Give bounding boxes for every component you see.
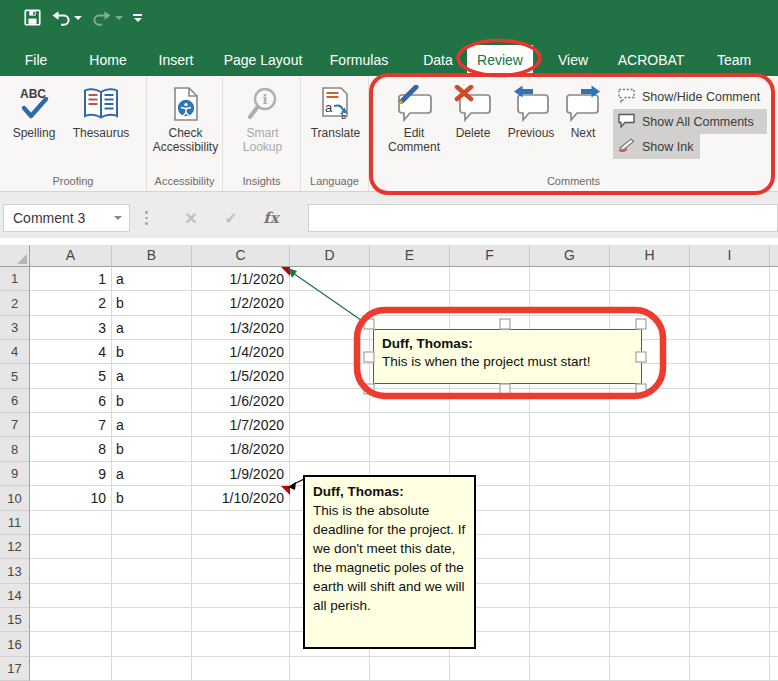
cell-C6[interactable]: 1/6/2020 (192, 389, 290, 413)
cell-F1[interactable] (450, 267, 530, 291)
redo-dropdown-icon[interactable] (115, 16, 123, 20)
row-header-16[interactable]: 16 (0, 632, 30, 657)
cell-G13[interactable] (530, 559, 610, 584)
select-all-button[interactable] (0, 245, 30, 267)
cell-D5[interactable] (290, 364, 370, 389)
cell-B6[interactable]: b (112, 389, 192, 413)
cell-H1[interactable] (610, 267, 690, 291)
cell-x16[interactable] (770, 632, 778, 657)
cell-G11[interactable] (530, 511, 610, 535)
cell-F2[interactable] (450, 291, 530, 316)
cell-C5[interactable]: 1/5/2020 (192, 364, 290, 389)
cell-I9[interactable] (690, 462, 770, 486)
cell-A9[interactable]: 9 (30, 462, 112, 486)
cell-I7[interactable] (690, 413, 770, 437)
cell-I2[interactable] (690, 291, 770, 316)
cell-B14[interactable] (112, 584, 192, 608)
resize-handle-4[interactable] (636, 352, 647, 363)
column-header-C[interactable]: C (192, 245, 290, 267)
cell-D8[interactable] (290, 437, 370, 462)
cell-x6[interactable] (770, 389, 778, 413)
cell-C4[interactable]: 1/4/2020 (192, 340, 290, 364)
cell-A12[interactable] (30, 535, 112, 559)
cell-x12[interactable] (770, 535, 778, 559)
comment-box-selected[interactable]: Duff, Thomas: This is when the project m… (373, 329, 642, 384)
row-header-3[interactable]: 3 (0, 316, 30, 340)
resize-handle-1[interactable] (500, 319, 511, 330)
cell-x1[interactable] (770, 267, 778, 291)
cell-B1[interactable]: a (112, 267, 192, 291)
customize-quick-access-icon[interactable] (133, 14, 142, 22)
cell-A17[interactable] (30, 657, 112, 681)
comment-box-deadline[interactable]: Duff, Thomas: This is the absolute deadl… (303, 475, 476, 649)
cell-B13[interactable] (112, 559, 192, 584)
cell-B5[interactable]: a (112, 364, 192, 389)
cell-A3[interactable]: 3 (30, 316, 112, 340)
cell-C2[interactable]: 1/2/2020 (192, 291, 290, 316)
resize-handle-6[interactable] (500, 384, 511, 395)
cell-B17[interactable] (112, 657, 192, 681)
cell-G14[interactable] (530, 584, 610, 608)
column-header-B[interactable]: B (112, 245, 192, 267)
cell-G6[interactable] (530, 389, 610, 413)
cell-B10[interactable]: b (112, 486, 192, 511)
thesaurus-button[interactable]: Thesaurus (64, 80, 138, 140)
resize-handle-2[interactable] (636, 319, 647, 330)
tab-review[interactable]: Review (467, 45, 533, 76)
column-header-H[interactable]: H (610, 245, 690, 267)
cell-D1[interactable] (290, 267, 370, 291)
cell-H12[interactable] (610, 535, 690, 559)
cell-H14[interactable] (610, 584, 690, 608)
column-header-G[interactable]: G (530, 245, 610, 267)
cell-C10[interactable]: 1/10/2020 (192, 486, 290, 511)
enter-button[interactable]: ✓ (218, 209, 244, 228)
tab-file[interactable]: File (15, 45, 58, 76)
show-all-comments-button[interactable]: Show All Comments (613, 109, 767, 134)
cell-C11[interactable] (192, 511, 290, 535)
cell-C15[interactable] (192, 608, 290, 632)
tab-formulas[interactable]: Formulas (320, 45, 398, 76)
resize-handle-7[interactable] (636, 384, 647, 395)
row-header-2[interactable]: 2 (0, 291, 30, 316)
check-accessibility-button[interactable]: Check Accessibility (151, 80, 220, 154)
cell-D3[interactable] (290, 316, 370, 340)
cell-E6[interactable] (370, 389, 450, 413)
row-header-1[interactable]: 1 (0, 267, 30, 291)
cell-B12[interactable] (112, 535, 192, 559)
cell-C14[interactable] (192, 584, 290, 608)
cell-H13[interactable] (610, 559, 690, 584)
row-header-10[interactable]: 10 (0, 486, 30, 511)
cell-H2[interactable] (610, 291, 690, 316)
cell-I11[interactable] (690, 511, 770, 535)
row-header-14[interactable]: 14 (0, 584, 30, 608)
cell-x14[interactable] (770, 584, 778, 608)
cell-F17[interactable] (450, 657, 530, 681)
resize-handle-5[interactable] (364, 384, 375, 395)
cell-D7[interactable] (290, 413, 370, 437)
cell-B15[interactable] (112, 608, 192, 632)
cell-A15[interactable] (30, 608, 112, 632)
cell-H10[interactable] (610, 486, 690, 511)
name-box-dropdown-icon[interactable] (107, 216, 129, 220)
tab-home[interactable]: Home (79, 45, 136, 76)
cell-A2[interactable]: 2 (30, 291, 112, 316)
cell-A6[interactable]: 6 (30, 389, 112, 413)
cell-I8[interactable] (690, 437, 770, 462)
cell-B16[interactable] (112, 632, 192, 657)
tab-data[interactable]: Data (413, 45, 463, 76)
cell-I10[interactable] (690, 486, 770, 511)
cell-E1[interactable] (370, 267, 450, 291)
cell-A5[interactable]: 5 (30, 364, 112, 389)
cell-B3[interactable]: a (112, 316, 192, 340)
row-header-12[interactable]: 12 (0, 535, 30, 559)
cell-G7[interactable] (530, 413, 610, 437)
cell-F6[interactable] (450, 389, 530, 413)
undo-button[interactable] (51, 10, 82, 26)
cell-G10[interactable] (530, 486, 610, 511)
cell-I15[interactable] (690, 608, 770, 632)
show-hide-comment-button[interactable]: Show/Hide Comment (613, 84, 767, 109)
cell-A1[interactable]: 1 (30, 267, 112, 291)
cell-I3[interactable] (690, 316, 770, 340)
edit-comment-button[interactable]: Edit Comment (383, 80, 445, 154)
cell-x3[interactable] (770, 316, 778, 340)
